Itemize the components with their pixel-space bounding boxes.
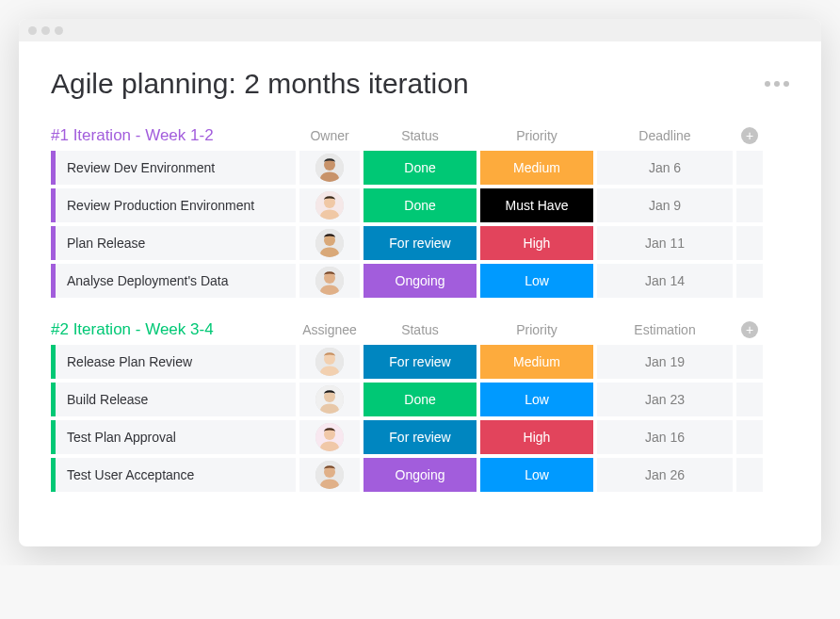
task-cell[interactable]: Release Plan Review (51, 345, 296, 379)
priority-cell[interactable]: Medium (480, 345, 593, 379)
add-column-icon[interactable]: + (741, 127, 758, 144)
traffic-minimize-icon[interactable] (41, 26, 50, 35)
group-accent (51, 383, 56, 416)
traffic-zoom-icon[interactable] (55, 26, 63, 35)
traffic-close-icon[interactable] (28, 26, 37, 35)
row-end-cell (736, 420, 763, 454)
task-name: Plan Release (67, 236, 145, 251)
table-row: Review Production Environment DoneMust H… (51, 188, 789, 222)
add-column-icon[interactable]: + (741, 321, 758, 338)
date-label: Jan 26 (645, 467, 685, 482)
date-label: Jan 16 (645, 430, 685, 445)
date-cell[interactable]: Jan 19 (597, 345, 733, 379)
group-header: #2 Iteration - Week 3-4AssigneeStatusPri… (51, 320, 789, 339)
priority-label: High (524, 236, 551, 251)
priority-cell[interactable]: High (480, 420, 593, 454)
date-cell[interactable]: Jan 26 (597, 458, 733, 492)
status-label: Ongoing (396, 273, 445, 288)
table-row: Analyse Deployment's Data OngoingLowJan … (51, 264, 789, 298)
priority-cell[interactable]: Must Have (480, 188, 593, 222)
owner-cell[interactable] (299, 458, 360, 492)
status-cell[interactable]: Ongoing (363, 264, 477, 298)
table-row: Review Dev Environment DoneMediumJan 6 (51, 151, 789, 185)
group-accent (51, 345, 56, 379)
date-label: Jan 14 (645, 273, 685, 288)
owner-cell[interactable] (299, 226, 360, 260)
priority-cell[interactable]: Low (480, 458, 593, 492)
avatar (315, 385, 344, 414)
status-cell[interactable]: For review (363, 345, 477, 379)
priority-label: Medium (513, 354, 560, 369)
group-header: #1 Iteration - Week 1-2OwnerStatusPriori… (51, 126, 789, 145)
owner-cell[interactable] (299, 383, 360, 416)
group: #2 Iteration - Week 3-4AssigneeStatusPri… (51, 320, 789, 492)
task-name: Test Plan Approval (67, 430, 176, 445)
priority-label: Low (525, 467, 549, 482)
priority-label: Low (525, 273, 549, 288)
avatar (315, 229, 344, 257)
group-accent (51, 458, 56, 492)
table-row: Test User Acceptance OngoingLowJan 26 (51, 458, 789, 492)
owner-cell[interactable] (299, 420, 360, 454)
status-cell[interactable]: Done (363, 383, 477, 416)
table-row: Build Release DoneLowJan 23 (51, 383, 789, 416)
task-cell[interactable]: Build Release (51, 383, 296, 416)
column-header[interactable]: Status (363, 322, 477, 337)
column-header[interactable]: Priority (480, 322, 593, 337)
task-name: Analyse Deployment's Data (67, 273, 229, 288)
priority-cell[interactable]: Medium (480, 151, 593, 185)
date-cell[interactable]: Jan 6 (597, 151, 733, 185)
column-header[interactable]: Owner (299, 128, 360, 143)
task-name: Release Plan Review (67, 354, 192, 369)
owner-cell[interactable] (299, 345, 360, 379)
avatar (315, 423, 344, 451)
status-label: Done (404, 198, 435, 213)
row-end-cell (736, 345, 763, 379)
status-cell[interactable]: Done (363, 188, 477, 222)
group-accent (51, 420, 56, 454)
group: #1 Iteration - Week 1-2OwnerStatusPriori… (51, 126, 789, 298)
owner-cell[interactable] (299, 188, 360, 222)
date-cell[interactable]: Jan 16 (597, 420, 733, 454)
date-label: Jan 23 (645, 392, 685, 407)
date-cell[interactable]: Jan 9 (597, 188, 733, 222)
task-cell[interactable]: Test User Acceptance (51, 458, 296, 492)
column-header[interactable]: Estimation (597, 322, 733, 337)
status-cell[interactable]: Done (363, 151, 477, 185)
status-label: Done (404, 392, 435, 407)
task-cell[interactable]: Review Dev Environment (51, 151, 296, 185)
priority-cell[interactable]: High (480, 226, 593, 260)
page-title: Agile planning: 2 months iteration (51, 68, 469, 100)
column-header[interactable]: Status (363, 128, 477, 143)
owner-cell[interactable] (299, 264, 360, 298)
task-cell[interactable]: Plan Release (51, 226, 296, 260)
group-accent (51, 151, 56, 185)
date-cell[interactable]: Jan 14 (597, 264, 733, 298)
column-header[interactable]: Assignee (299, 322, 360, 337)
date-label: Jan 6 (649, 160, 681, 175)
owner-cell[interactable] (299, 151, 360, 185)
priority-label: Low (525, 392, 549, 407)
priority-cell[interactable]: Low (480, 264, 593, 298)
avatar (315, 461, 344, 489)
table-row: Plan Release For reviewHighJan 11 (51, 226, 789, 260)
column-header[interactable]: Deadline (597, 128, 733, 143)
status-cell[interactable]: For review (363, 226, 477, 260)
task-cell[interactable]: Test Plan Approval (51, 420, 296, 454)
status-cell[interactable]: Ongoing (363, 458, 477, 492)
row-end-cell (736, 264, 763, 298)
task-cell[interactable]: Review Production Environment (51, 188, 296, 222)
status-label: For review (389, 236, 450, 251)
group-title[interactable]: #2 Iteration - Week 3-4 (51, 320, 296, 339)
status-cell[interactable]: For review (363, 420, 477, 454)
date-cell[interactable]: Jan 11 (597, 226, 733, 260)
task-cell[interactable]: Analyse Deployment's Data (51, 264, 296, 298)
date-cell[interactable]: Jan 23 (597, 383, 733, 416)
date-label: Jan 19 (645, 354, 685, 369)
more-options-icon[interactable] (765, 81, 789, 87)
priority-cell[interactable]: Low (480, 383, 593, 416)
column-header[interactable]: Priority (480, 128, 593, 143)
avatar (315, 154, 344, 182)
group-title[interactable]: #1 Iteration - Week 1-2 (51, 126, 296, 145)
group-accent (51, 264, 56, 298)
